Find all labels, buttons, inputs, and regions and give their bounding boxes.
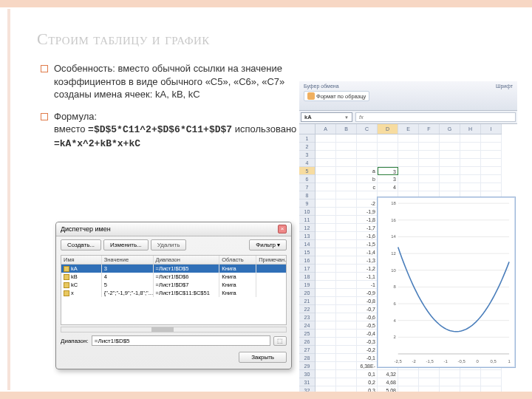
table-row[interactable]: kC5=Лист1!$D$7Книга [61,281,286,289]
cell[interactable] [419,151,440,159]
cell[interactable] [419,386,440,395]
row-header[interactable]: 15 [299,248,315,256]
cell[interactable] [336,232,357,240]
filter-button[interactable]: Фильтр ▾ [249,239,287,250]
cell[interactable] [336,208,357,216]
cell[interactable] [316,297,336,305]
cell[interactable] [336,330,357,338]
name-box[interactable]: kA ▼ [301,112,352,122]
cell[interactable] [460,378,481,386]
cell[interactable] [336,297,357,305]
dialog-hscroll[interactable] [61,327,287,332]
row-header[interactable]: 7 [299,183,315,191]
formula-input[interactable]: fx [355,112,516,122]
cell[interactable] [336,240,357,248]
create-button[interactable]: Создать... [61,239,101,250]
row-header[interactable]: 5 [299,167,315,175]
cell[interactable] [316,321,336,330]
cell[interactable] [378,159,398,167]
embedded-chart[interactable]: 24681012141618-2,5-2-1,5-1-0,500,51 [377,197,516,368]
cell[interactable] [460,183,481,191]
col-header[interactable]: A [316,124,336,134]
row-header[interactable]: 22 [299,305,315,313]
edit-button[interactable]: Изменить... [103,239,149,250]
cell[interactable] [398,175,419,183]
row-header[interactable]: 24 [299,321,315,330]
cell[interactable] [316,159,336,167]
cell[interactable]: 4 [378,183,398,191]
cell[interactable] [357,143,378,151]
cell[interactable] [398,167,419,175]
cell[interactable] [336,216,357,224]
cell[interactable] [336,151,357,159]
cell[interactable]: -0,3 [357,338,378,346]
cell[interactable]: -1,5 [357,240,378,248]
cell[interactable] [336,175,357,183]
cell[interactable] [460,151,481,159]
cell[interactable]: 4,32 [378,370,398,378]
cell[interactable] [336,143,357,151]
cell[interactable]: -1,3 [357,256,378,265]
row-header[interactable]: 8 [299,191,315,200]
cell[interactable] [378,151,398,159]
cell[interactable]: 6,38E-16 [357,362,378,370]
cell[interactable] [336,183,357,191]
cell[interactable] [336,191,357,200]
cell[interactable] [336,167,357,175]
cell[interactable] [398,395,419,399]
cell[interactable] [440,370,460,378]
cell[interactable] [440,183,460,191]
cell[interactable] [440,143,460,151]
cell[interactable] [316,183,336,191]
row-header[interactable]: 33 [299,395,315,399]
cell[interactable] [460,143,481,151]
cell[interactable] [440,175,460,183]
cell[interactable] [336,248,357,256]
row-header[interactable]: 10 [299,208,315,216]
cell[interactable] [316,143,336,151]
cell[interactable]: -0,1 [357,354,378,362]
row-header[interactable]: 3 [299,151,315,159]
col-header[interactable]: G [440,124,460,134]
cell[interactable] [357,151,378,159]
cell[interactable] [316,338,336,346]
cell[interactable]: -1,7 [357,224,378,232]
reference-input[interactable] [92,335,270,346]
row-header[interactable]: 11 [299,216,315,224]
row-header[interactable]: 26 [299,338,315,346]
row-header[interactable]: 12 [299,224,315,232]
cell[interactable] [460,395,481,399]
cell[interactable] [316,265,336,273]
cell[interactable] [316,191,336,200]
row-header[interactable]: 4 [299,159,315,167]
row-header[interactable]: 32 [299,386,315,395]
cell[interactable]: -1,8 [357,216,378,224]
reference-picker-icon[interactable]: ⬚ [273,336,287,346]
cell[interactable]: 5,52 [378,395,398,399]
cell[interactable] [398,159,419,167]
cell[interactable] [481,151,502,159]
cell[interactable] [440,151,460,159]
select-all-corner[interactable] [299,124,316,134]
hdr-note[interactable]: Примечан... [256,256,286,264]
cell[interactable] [316,378,336,386]
cell[interactable]: 0,1 [357,370,378,378]
cell[interactable]: 3 [378,175,398,183]
cell[interactable] [336,346,357,354]
row-header[interactable]: 19 [299,281,315,289]
cell[interactable]: -0,5 [357,321,378,330]
cell[interactable]: -1,4 [357,248,378,256]
cell[interactable] [481,134,502,143]
cell[interactable] [460,370,481,378]
cell[interactable] [419,370,440,378]
cell[interactable] [460,134,481,143]
cell[interactable] [336,159,357,167]
cell[interactable]: -0,6 [357,313,378,321]
cell[interactable] [336,313,357,321]
cell[interactable] [440,134,460,143]
cell[interactable] [481,386,502,395]
col-header[interactable]: E [398,124,419,134]
cell[interactable] [336,256,357,265]
cell[interactable]: -1,9 [357,208,378,216]
row-header[interactable]: 20 [299,289,315,297]
